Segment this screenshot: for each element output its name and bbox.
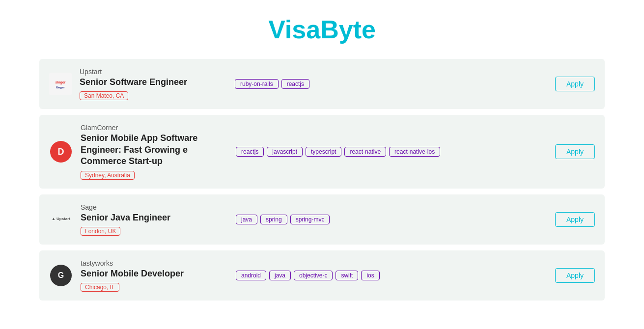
job-tag: react-native	[344, 147, 386, 157]
job-title: Senior Mobile Developer	[81, 268, 218, 279]
job-tag: spring	[260, 215, 287, 224]
apply-button[interactable]: Apply	[555, 268, 595, 283]
jobs-list: singer Ünger Upstart Senior Software Eng…	[0, 59, 644, 301]
job-card: singer Ünger Upstart Senior Software Eng…	[39, 59, 605, 109]
job-tag: javascript	[267, 147, 303, 157]
company-logo: G	[49, 264, 73, 287]
svg-text:D: D	[58, 147, 64, 157]
job-tags: reactjsjavascripttypescriptreact-nativer…	[226, 147, 547, 157]
job-info: GlamCorner Senior Mobile App Software En…	[81, 124, 218, 179]
job-tags: ruby-on-railsreactjs	[225, 79, 547, 89]
job-info: Sage Senior Java Engineer London, UK	[81, 203, 218, 236]
job-tag: android	[236, 271, 266, 280]
job-title: Senior Mobile App Software Engineer: Fas…	[81, 133, 218, 167]
company-name: GlamCorner	[81, 124, 218, 132]
job-tag: java	[269, 271, 291, 280]
company-logo: singer Ünger	[49, 73, 72, 95]
job-card: G tastyworks Senior Mobile Developer Chi…	[39, 250, 605, 301]
svg-text:Ünger: Ünger	[56, 86, 65, 89]
job-tag: ios	[361, 271, 379, 280]
svg-text:singer: singer	[55, 81, 65, 84]
job-tag: reactjs	[281, 79, 309, 89]
company-name: Upstart	[80, 68, 217, 76]
job-location: Chicago, IL	[81, 283, 119, 292]
job-tag: objective-c	[294, 271, 333, 280]
apply-button[interactable]: Apply	[555, 77, 595, 91]
job-tags: androidjavaobjective-cswiftios	[226, 271, 547, 280]
apply-button[interactable]: Apply	[555, 144, 595, 159]
job-tags: javaspringspring-mvc	[226, 215, 547, 224]
job-location: Sydney, Australia	[81, 171, 135, 180]
job-info: Upstart Senior Software Engineer San Mat…	[80, 68, 217, 100]
job-title: Senior Software Engineer	[80, 77, 217, 88]
apply-button[interactable]: Apply	[555, 212, 595, 227]
company-name: tastyworks	[81, 259, 218, 267]
job-tag: react-native-ios	[389, 147, 440, 157]
svg-text:▲ Upstart: ▲ Upstart	[52, 217, 70, 221]
company-logo: D	[49, 140, 73, 164]
job-location: San Mateo, CA	[80, 91, 128, 100]
page-title: VisaByte	[0, 0, 644, 59]
company-logo: ▲ Upstart	[49, 208, 73, 231]
svg-rect-0	[49, 73, 72, 95]
job-tag: ruby-on-rails	[235, 79, 279, 89]
job-location: London, UK	[81, 227, 120, 236]
job-tag: java	[236, 215, 257, 224]
job-info: tastyworks Senior Mobile Developer Chica…	[81, 259, 218, 292]
job-title: Senior Java Engineer	[81, 212, 218, 223]
job-card: D GlamCorner Senior Mobile App Software …	[39, 115, 605, 188]
job-card: ▲ Upstart Sage Senior Java Engineer Lond…	[39, 194, 605, 245]
svg-text:G: G	[58, 271, 64, 279]
job-tag: reactjs	[236, 147, 264, 157]
company-name: Sage	[81, 203, 218, 211]
job-tag: swift	[336, 271, 358, 280]
job-tag: spring-mvc	[290, 215, 330, 224]
job-tag: typescript	[306, 147, 341, 157]
